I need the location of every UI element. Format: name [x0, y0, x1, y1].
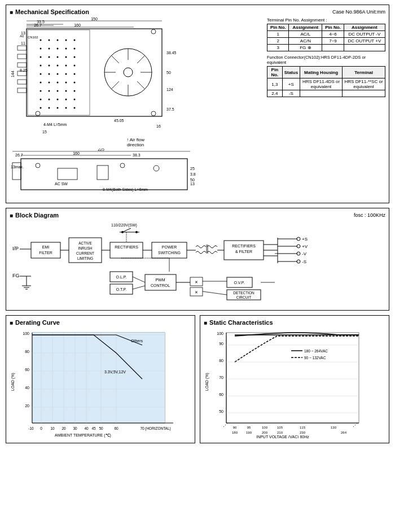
static-chart-svg: 100 90 80 70 60 50 ⋰ ⋰ 90 95 100 105 115 — [204, 328, 379, 438]
svg-point-25 — [57, 48, 59, 50]
svg-point-47 — [74, 82, 76, 84]
svg-text:70: 70 — [219, 376, 223, 380]
svg-point-64 — [151, 111, 156, 116]
svg-text:150: 150 — [91, 18, 98, 21]
svg-rect-14 — [17, 63, 27, 67]
svg-text:⋰: ⋰ — [223, 422, 228, 428]
svg-text:115: 115 — [300, 426, 306, 429]
svg-text:O.T.P.: O.T.P. — [116, 287, 127, 291]
svg-point-51 — [65, 90, 67, 92]
svg-point-65 — [151, 29, 156, 34]
svg-point-31 — [65, 56, 67, 58]
svg-text:CN102: CN102 — [28, 36, 38, 39]
svg-text:230: 230 — [300, 431, 306, 434]
svg-rect-165 — [145, 274, 176, 290]
svg-text:60: 60 — [25, 368, 29, 372]
svg-text:45.05: 45.05 — [114, 119, 124, 123]
svg-point-36 — [65, 65, 67, 67]
table-row: 2,4 -S — [267, 90, 385, 97]
svg-point-99 — [36, 163, 40, 168]
svg-point-48 — [40, 90, 42, 92]
svg-text:O.V.P.: O.V.P. — [234, 281, 244, 285]
svg-text:60: 60 — [114, 426, 118, 430]
col-status: Status — [282, 67, 300, 79]
svg-text:13max.: 13max. — [11, 165, 24, 169]
svg-text:AC SW: AC SW — [55, 182, 68, 186]
svg-text:100: 100 — [217, 332, 223, 335]
svg-text:DETECTION: DETECTION — [233, 291, 254, 295]
block-title: Block Diagram — [10, 212, 59, 219]
svg-point-28 — [40, 56, 42, 58]
svg-point-100 — [120, 163, 125, 168]
mech-title: Mechanical Specification — [10, 8, 89, 15]
function-table-caption: Function Connector(CN102):HRS DF11-4DP-2… — [267, 55, 385, 65]
svg-text:SWITCHING: SWITCHING — [158, 251, 181, 255]
svg-text:180 ~ 264VAC: 180 ~ 264VAC — [304, 349, 328, 353]
svg-text:LIMITING: LIMITING — [77, 256, 93, 260]
svg-point-22 — [74, 40, 76, 41]
svg-text:60: 60 — [219, 393, 223, 396]
svg-text:45: 45 — [91, 426, 96, 430]
svg-text:INRUSH: INRUSH — [78, 246, 93, 250]
svg-point-38 — [40, 73, 42, 75]
svg-text:95: 95 — [247, 426, 251, 429]
svg-point-19 — [49, 40, 50, 41]
derating-chart-svg: 100 80 60 40 20 -10 0 10 20 30 40 45 50 … — [10, 328, 185, 438]
svg-point-37 — [74, 65, 76, 67]
col-pin-no-1: Pin No. — [267, 24, 289, 31]
static-characteristics-section: Static Characteristics 100 90 80 70 60 5… — [200, 315, 389, 443]
svg-point-41 — [65, 73, 67, 75]
svg-point-18 — [40, 40, 42, 41]
svg-text:110/220V(SW): 110/220V(SW) — [111, 223, 137, 228]
svg-text:38.3: 38.3 — [133, 153, 141, 157]
svg-text:CONTROL: CONTROL — [151, 284, 170, 287]
svg-text:INPUT VOLTAGE (VAC) 60Hz: INPUT VOLTAGE (VAC) 60Hz — [256, 435, 309, 438]
svg-text:90: 90 — [219, 342, 223, 346]
svg-rect-16 — [17, 80, 27, 84]
svg-text:50: 50 — [190, 178, 195, 182]
svg-text:180: 180 — [232, 431, 238, 434]
svg-text:210: 210 — [277, 431, 283, 434]
svg-text:✕: ✕ — [195, 280, 198, 284]
svg-point-133 — [135, 231, 138, 233]
svg-point-39 — [49, 73, 50, 75]
svg-text:+S: +S — [302, 237, 308, 242]
svg-text:130: 130 — [331, 426, 337, 429]
svg-point-40 — [57, 73, 59, 75]
svg-text:25: 25 — [190, 167, 195, 171]
svg-line-181 — [203, 291, 227, 295]
derating-title: Derating Curve — [10, 319, 191, 326]
svg-text:LOAD (%): LOAD (%) — [205, 373, 209, 391]
svg-text:40: 40 — [84, 426, 89, 430]
col-assignment-2: Assignment — [344, 24, 385, 31]
svg-text:11: 11 — [21, 41, 25, 45]
svg-point-57 — [74, 99, 76, 101]
svg-text:-S: -S — [302, 259, 306, 264]
svg-text:26.7: 26.7 — [15, 153, 23, 157]
svg-text:LOAD (%): LOAD (%) — [11, 373, 15, 391]
svg-text:100: 100 — [262, 426, 268, 429]
svg-rect-98 — [97, 165, 108, 180]
svg-rect-0 — [27, 29, 162, 116]
svg-text:20: 20 — [25, 404, 29, 408]
svg-rect-97 — [58, 168, 77, 180]
svg-point-33 — [40, 65, 42, 67]
svg-text:3.8: 3.8 — [190, 172, 196, 176]
svg-text:264: 264 — [341, 431, 347, 434]
airflow-label: ↑ Air flowdirection — [10, 137, 261, 147]
svg-text:70: 70 — [140, 426, 144, 430]
svg-line-10 — [111, 81, 119, 89]
svg-text:160: 160 — [74, 23, 81, 27]
svg-point-34 — [49, 65, 50, 67]
svg-text:200: 200 — [262, 431, 268, 434]
derating-curve-section: Derating Curve 100 80 60 40 20 — [6, 315, 195, 443]
svg-line-168 — [133, 277, 145, 282]
svg-rect-13 — [17, 54, 27, 59]
svg-text:190: 190 — [246, 431, 252, 434]
svg-text:15: 15 — [42, 130, 47, 134]
svg-text:✕: ✕ — [195, 290, 198, 294]
svg-text:-10: -10 — [28, 426, 34, 430]
svg-text:CIRCUIT: CIRCUIT — [236, 295, 251, 299]
svg-rect-95 — [21, 159, 187, 190]
svg-text:0: 0 — [40, 426, 42, 430]
